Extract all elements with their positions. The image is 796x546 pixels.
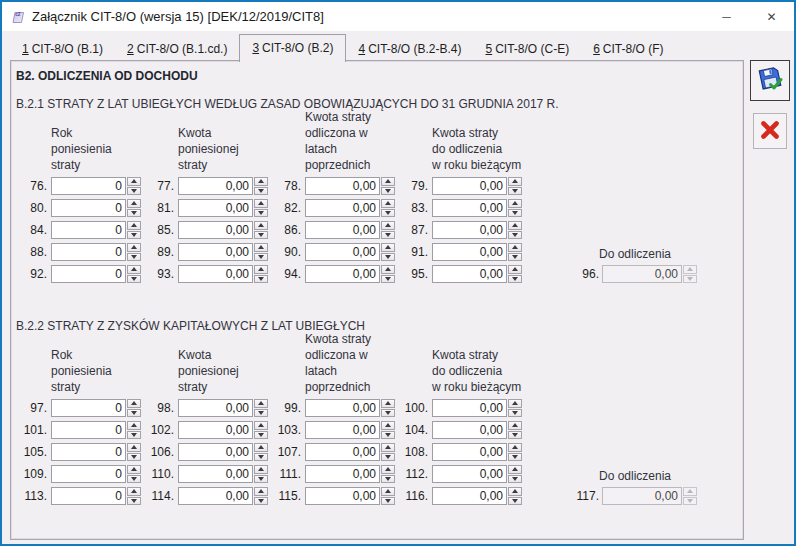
tab-2[interactable]: 2CIT-8/O (B.1.cd.) bbox=[115, 38, 239, 61]
tab-5[interactable]: 5CIT-8/O (C-E) bbox=[473, 38, 581, 61]
spin-down-button[interactable] bbox=[254, 431, 268, 440]
spin-down-button[interactable] bbox=[254, 409, 268, 418]
spin-up-button[interactable] bbox=[127, 487, 141, 496]
spin-down-button[interactable] bbox=[508, 431, 522, 440]
spin-up-button[interactable] bbox=[127, 421, 141, 430]
spin-down-button[interactable] bbox=[127, 431, 141, 440]
spin-up-button[interactable] bbox=[127, 443, 141, 452]
spin-up-button[interactable] bbox=[381, 265, 395, 274]
spin-down-button[interactable] bbox=[381, 453, 395, 462]
spin-down-button[interactable] bbox=[254, 253, 268, 262]
tab-1[interactable]: 1CIT-8/O (B.1) bbox=[10, 38, 115, 61]
spin-down-button[interactable] bbox=[381, 431, 395, 440]
amount-input-76[interactable] bbox=[51, 177, 126, 195]
amount-input-94[interactable] bbox=[305, 265, 380, 283]
spin-down-button[interactable] bbox=[254, 497, 268, 506]
spin-up-button[interactable] bbox=[381, 221, 395, 230]
amount-input-111[interactable] bbox=[305, 465, 380, 483]
amount-input-110[interactable] bbox=[178, 465, 253, 483]
amount-input-97[interactable] bbox=[51, 399, 126, 417]
spin-down-button[interactable] bbox=[508, 275, 522, 284]
spin-down-button[interactable] bbox=[254, 275, 268, 284]
spin-up-button[interactable] bbox=[254, 177, 268, 186]
spin-up-button[interactable] bbox=[127, 221, 141, 230]
spin-down-button[interactable] bbox=[508, 253, 522, 262]
amount-input-83[interactable] bbox=[432, 199, 507, 217]
spin-down-button[interactable] bbox=[381, 187, 395, 196]
amount-input-116[interactable] bbox=[432, 487, 507, 505]
tab-6[interactable]: 6CIT-8/O (F) bbox=[581, 38, 675, 61]
spin-up-button[interactable] bbox=[508, 465, 522, 474]
spin-up-button[interactable] bbox=[381, 243, 395, 252]
spin-up-button[interactable] bbox=[127, 177, 141, 186]
tab-3[interactable]: 3CIT-8/O (B.2) bbox=[239, 34, 346, 62]
spin-up-button[interactable] bbox=[254, 265, 268, 274]
spin-up-button[interactable] bbox=[254, 399, 268, 408]
amount-input-113[interactable] bbox=[51, 487, 126, 505]
spin-up-button[interactable] bbox=[508, 421, 522, 430]
spin-up-button[interactable] bbox=[381, 465, 395, 474]
spin-up-button[interactable] bbox=[381, 487, 395, 496]
spin-down-button[interactable] bbox=[381, 253, 395, 262]
amount-input-104[interactable] bbox=[432, 421, 507, 439]
spin-down-button[interactable] bbox=[381, 497, 395, 506]
spin-up-button[interactable] bbox=[381, 443, 395, 452]
spin-up-button[interactable] bbox=[508, 265, 522, 274]
amount-input-84[interactable] bbox=[51, 221, 126, 239]
spin-up-button[interactable] bbox=[508, 199, 522, 208]
amount-input-93[interactable] bbox=[178, 265, 253, 283]
spin-down-button[interactable] bbox=[254, 475, 268, 484]
spin-down-button[interactable] bbox=[254, 231, 268, 240]
close-button[interactable]: ✕ bbox=[749, 2, 794, 31]
amount-input-101[interactable] bbox=[51, 421, 126, 439]
spin-down-button[interactable] bbox=[254, 209, 268, 218]
spin-up-button[interactable] bbox=[381, 399, 395, 408]
amount-input-108[interactable] bbox=[432, 443, 507, 461]
spin-down-button[interactable] bbox=[508, 475, 522, 484]
spin-up-button[interactable] bbox=[508, 399, 522, 408]
amount-input-92[interactable] bbox=[51, 265, 126, 283]
amount-input-112[interactable] bbox=[432, 465, 507, 483]
tab-4[interactable]: 4CIT-8/O (B.2-B.4) bbox=[346, 38, 473, 61]
spin-down-button[interactable] bbox=[508, 409, 522, 418]
save-button[interactable] bbox=[750, 60, 790, 101]
spin-down-button[interactable] bbox=[381, 409, 395, 418]
spin-down-button[interactable] bbox=[127, 209, 141, 218]
spin-up-button[interactable] bbox=[254, 221, 268, 230]
amount-input-95[interactable] bbox=[432, 265, 507, 283]
spin-down-button[interactable] bbox=[381, 475, 395, 484]
spin-up-button[interactable] bbox=[254, 243, 268, 252]
amount-input-90[interactable] bbox=[305, 243, 380, 261]
amount-input-109[interactable] bbox=[51, 465, 126, 483]
spin-up-button[interactable] bbox=[508, 243, 522, 252]
amount-input-114[interactable] bbox=[178, 487, 253, 505]
amount-input-77[interactable] bbox=[178, 177, 253, 195]
spin-up-button[interactable] bbox=[127, 399, 141, 408]
spin-up-button[interactable] bbox=[254, 487, 268, 496]
amount-input-103[interactable] bbox=[305, 421, 380, 439]
minimize-button[interactable]: ─ bbox=[704, 2, 749, 31]
amount-input-99[interactable] bbox=[305, 399, 380, 417]
spin-up-button[interactable] bbox=[508, 221, 522, 230]
spin-up-button[interactable] bbox=[508, 443, 522, 452]
spin-up-button[interactable] bbox=[381, 177, 395, 186]
amount-input-81[interactable] bbox=[178, 199, 253, 217]
spin-down-button[interactable] bbox=[508, 231, 522, 240]
spin-up-button[interactable] bbox=[508, 177, 522, 186]
amount-input-98[interactable] bbox=[178, 399, 253, 417]
spin-up-button[interactable] bbox=[127, 243, 141, 252]
spin-down-button[interactable] bbox=[508, 497, 522, 506]
amount-input-79[interactable] bbox=[432, 177, 507, 195]
amount-input-88[interactable] bbox=[51, 243, 126, 261]
spin-down-button[interactable] bbox=[381, 275, 395, 284]
spin-down-button[interactable] bbox=[508, 187, 522, 196]
amount-input-87[interactable] bbox=[432, 221, 507, 239]
spin-down-button[interactable] bbox=[381, 209, 395, 218]
spin-down-button[interactable] bbox=[127, 475, 141, 484]
spin-up-button[interactable] bbox=[254, 199, 268, 208]
amount-input-102[interactable] bbox=[178, 421, 253, 439]
spin-down-button[interactable] bbox=[127, 253, 141, 262]
spin-up-button[interactable] bbox=[127, 465, 141, 474]
amount-input-80[interactable] bbox=[51, 199, 126, 217]
spin-up-button[interactable] bbox=[381, 199, 395, 208]
